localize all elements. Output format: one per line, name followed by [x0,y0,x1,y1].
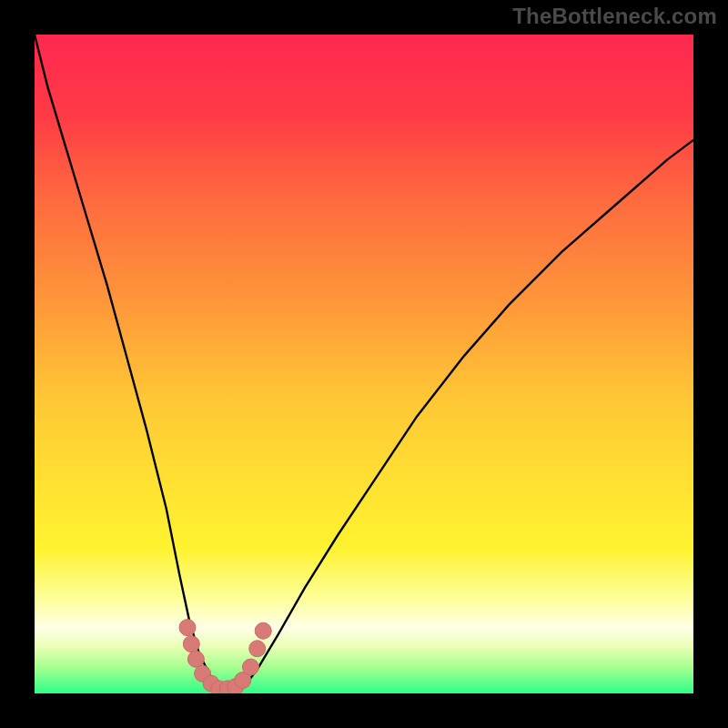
data-marker [255,622,271,639]
chart-svg [35,35,693,693]
watermark-label: TheBottleneck.com [512,4,717,29]
data-marker [249,641,266,657]
data-marker [187,651,204,667]
data-marker [242,659,258,675]
plot-area [35,35,693,693]
gradient-background [35,35,693,693]
data-marker [183,636,199,652]
chart-frame: TheBottleneck.com [0,0,728,728]
data-marker [179,620,196,636]
